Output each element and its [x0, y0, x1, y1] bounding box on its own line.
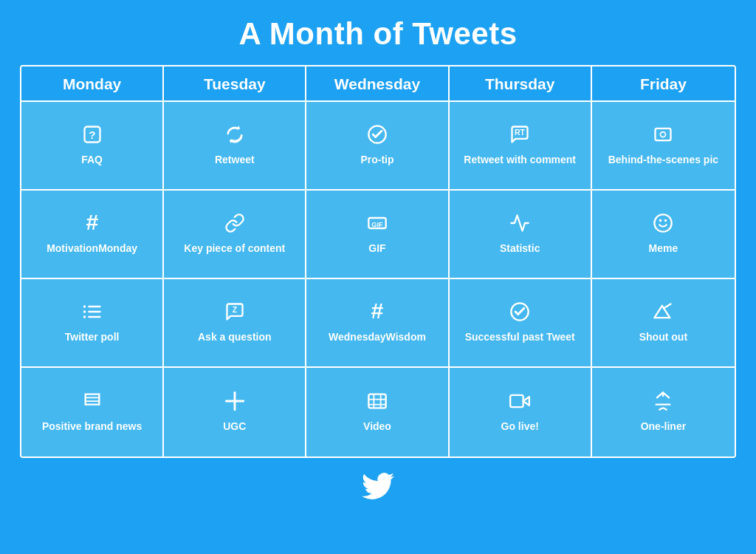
cell-label-11: Ask a question: [198, 330, 272, 343]
svg-text:Z: Z: [233, 306, 238, 315]
svg-text:RT: RT: [515, 129, 526, 137]
cell-label-3: Retweet with comment: [464, 153, 576, 166]
cell-icon-4: [653, 124, 673, 148]
page-title: A Month of Tweets: [238, 16, 517, 52]
cell-2: Pro-tip: [306, 102, 449, 191]
cell-label-16: UGC: [223, 420, 246, 433]
svg-rect-26: [368, 394, 385, 408]
day-header-friday: Friday: [592, 66, 735, 100]
cell-label-4: Behind-the-scenes pic: [608, 153, 718, 166]
cell-0: ?FAQ: [21, 102, 164, 191]
cell-16: UGC: [164, 368, 306, 456]
day-header-tuesday: Tuesday: [164, 66, 306, 100]
calendar: MondayTuesdayWednesdayThursdayFriday ?FA…: [20, 65, 736, 458]
cell-label-15: Positive brand news: [42, 420, 142, 433]
cell-11: ZAsk a question: [164, 279, 306, 368]
cell-9: Meme: [592, 191, 735, 279]
cell-icon-17: [367, 391, 388, 414]
cell-label-6: Key piece of content: [184, 242, 285, 255]
svg-text:#: #: [371, 301, 384, 322]
svg-rect-31: [510, 395, 523, 407]
cell-icon-1: [224, 124, 245, 148]
svg-text:#: #: [86, 213, 98, 233]
header-row: MondayTuesdayWednesdayThursdayFriday: [21, 66, 735, 100]
cell-label-14: Shout out: [639, 330, 687, 343]
cell-12: #WednesdayWisdom: [306, 279, 449, 368]
cell-icon-19: [653, 391, 673, 414]
svg-text:?: ?: [89, 129, 95, 141]
cell-label-18: Go live!: [501, 420, 539, 433]
svg-line-21: [664, 304, 671, 309]
cell-8: Statistic: [450, 191, 592, 279]
cell-icon-18: [509, 391, 530, 414]
cell-icon-14: [653, 301, 673, 325]
cell-10: Twitter poll: [21, 279, 164, 368]
cell-icon-12: #: [367, 301, 388, 325]
day-header-wednesday: Wednesday: [306, 66, 449, 100]
cell-label-8: Statistic: [500, 242, 540, 255]
cell-label-2: Pro-tip: [360, 153, 394, 166]
day-header-thursday: Thursday: [450, 66, 592, 100]
svg-rect-4: [656, 129, 671, 140]
cell-1: Retweet: [164, 102, 306, 191]
cell-5: #MotivationMonday: [21, 191, 164, 279]
cell-icon-8: [509, 213, 530, 236]
cell-icon-7: GIF: [367, 213, 388, 236]
cell-7: GIFGIF: [306, 191, 449, 279]
cell-label-10: Twitter poll: [65, 330, 120, 343]
cell-14: Shout out: [592, 279, 735, 368]
svg-marker-20: [655, 306, 670, 318]
cell-label-0: FAQ: [81, 153, 103, 166]
cell-label-1: Retweet: [215, 153, 255, 166]
cell-icon-11: Z: [224, 301, 245, 325]
cell-icon-3: RT: [509, 124, 530, 148]
cell-label-12: WednesdayWisdom: [329, 330, 426, 343]
cell-15: Positive brand news: [21, 368, 164, 456]
cell-label-7: GIF: [368, 242, 385, 255]
cell-3: RTRetweet with comment: [450, 102, 592, 191]
cell-label-9: Meme: [649, 242, 678, 255]
cell-icon-0: ?: [82, 124, 103, 148]
cell-icon-15: [82, 391, 103, 414]
twitter-bird-icon: [362, 470, 394, 509]
cell-18: Go live!: [450, 368, 592, 456]
cell-4: Behind-the-scenes pic: [592, 102, 735, 191]
cell-icon-5: #: [82, 213, 103, 236]
cell-icon-6: [224, 213, 245, 236]
cell-label-5: MotivationMonday: [47, 242, 137, 255]
cell-6: Key piece of content: [164, 191, 306, 279]
svg-text:GIF: GIF: [371, 221, 383, 228]
cell-17: Video: [306, 368, 449, 456]
svg-point-5: [661, 132, 666, 137]
cell-icon-16: [224, 391, 245, 414]
cell-icon-10: [82, 301, 103, 325]
cell-19: One-liner: [592, 368, 735, 456]
day-header-monday: Monday: [21, 66, 164, 100]
content-grid: ?FAQRetweetPro-tipRTRetweet with comment…: [21, 100, 735, 456]
cell-icon-13: [509, 301, 530, 325]
cell-label-17: Video: [363, 420, 391, 433]
cell-icon-2: [367, 124, 388, 148]
cell-label-13: Successful past Tweet: [465, 330, 575, 343]
cell-icon-9: [653, 213, 673, 236]
cell-label-19: One-liner: [641, 420, 686, 433]
cell-13: Successful past Tweet: [450, 279, 592, 368]
